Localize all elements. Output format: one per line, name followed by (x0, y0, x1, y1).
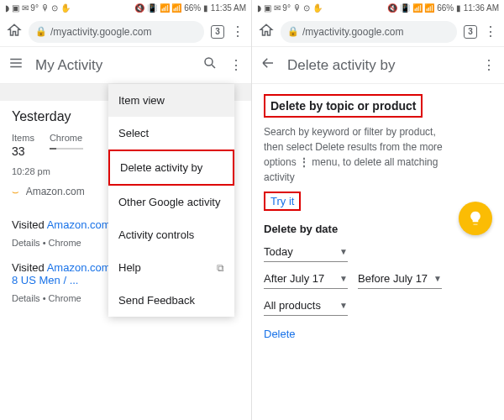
chevron-down-icon: ▼ (339, 301, 348, 310)
lock-icon: 🔒 (287, 26, 299, 37)
menu-item-help[interactable]: Help ⧉ (108, 251, 234, 284)
menu-item-other[interactable]: Other Google activity (108, 186, 234, 218)
app-menu-icon[interactable]: ⋮ (229, 59, 243, 72)
svg-point-0 (205, 58, 213, 66)
url-text: /myactivity.google.com (302, 26, 404, 38)
items-stat: Items 33 (12, 133, 34, 158)
chrome-stat: Chrome (50, 133, 83, 158)
search-icon[interactable] (202, 55, 218, 75)
chevron-down-icon: ▼ (339, 247, 348, 256)
lock-icon: 🔒 (35, 26, 47, 37)
url-field[interactable]: 🔒 /myactivity.google.com (29, 21, 204, 43)
browser-toolbar: 🔒 /myactivity.google.com 3 ⋮ (252, 17, 504, 47)
page-title: My Activity (35, 57, 191, 74)
page-title: Delete activity by (287, 57, 470, 74)
browser-menu-icon[interactable]: ⋮ (231, 25, 244, 39)
menu-item-select[interactable]: Select (108, 117, 234, 150)
external-link-icon: ⧉ (217, 262, 224, 274)
section-delete-date: Delete by date (264, 223, 492, 235)
products-select[interactable]: All products ▼ (264, 296, 348, 316)
after-date-select[interactable]: After July 17 ▼ (264, 269, 348, 289)
before-date-select[interactable]: Before July 17 ▼ (358, 269, 442, 289)
menu-item-delete-activity[interactable]: Delete activity by (108, 150, 234, 186)
more-options-icon: ⋮ (299, 155, 309, 170)
section-desc: Search by keyword or filter by product, … (264, 124, 492, 185)
url-field[interactable]: 🔒 /myactivity.google.com (281, 21, 457, 43)
delete-button[interactable]: Delete (264, 328, 296, 340)
menu-item-feedback[interactable]: Send Feedback (108, 284, 234, 317)
status-right: 🔇 📳 📶 📶 66% ▮ 11:35 AM (134, 4, 246, 13)
home-icon[interactable] (259, 23, 274, 40)
right-screenshot: ◗ ▣ ✉ 9° 🎙 ⊙ ✋ 🔇 📳 📶 📶 66% ▮ 11:36 AM 🔒 … (252, 0, 504, 420)
status-left: ◗ ▣ ✉ 9° 🎙 ⊙ ✋ (5, 4, 71, 13)
status-left: ◗ ▣ ✉ 9° 🎙 ⊙ ✋ (257, 4, 323, 13)
amazon-favicon-icon: ⌣ (12, 185, 19, 197)
browser-toolbar: 🔒 /myactivity.google.com 3 ⋮ (0, 17, 251, 47)
home-icon[interactable] (7, 23, 22, 40)
app-header: My Activity ⋮ (0, 47, 251, 84)
left-screenshot: ◗ ▣ ✉ 9° 🎙 ⊙ ✋ 🔇 📳 📶 📶 66% ▮ 11:35 AM 🔒 … (0, 0, 252, 420)
status-bar: ◗ ▣ ✉ 9° 🎙 ⊙ ✋ 🔇 📳 📶 📶 66% ▮ 11:35 AM (0, 0, 251, 17)
delete-content: Delete by topic or product Search by key… (252, 84, 504, 350)
tab-count[interactable]: 3 (211, 25, 224, 39)
status-right: 🔇 📳 📶 📶 66% ▮ 11:36 AM (387, 4, 499, 13)
date-range-select[interactable]: Today ▼ (264, 242, 348, 262)
browser-menu-icon[interactable]: ⋮ (484, 25, 497, 39)
chevron-down-icon: ▼ (433, 274, 442, 283)
tab-count[interactable]: 3 (464, 25, 477, 39)
hamburger-icon[interactable] (8, 55, 24, 75)
menu-item-itemview[interactable]: Item view (108, 84, 234, 117)
overflow-menu: Item view Select Delete activity by Othe… (108, 84, 234, 317)
back-icon[interactable] (260, 55, 276, 75)
status-bar: ◗ ▣ ✉ 9° 🎙 ⊙ ✋ 🔇 📳 📶 📶 66% ▮ 11:36 AM (252, 0, 504, 17)
tips-fab[interactable] (459, 202, 492, 235)
chevron-down-icon: ▼ (339, 274, 348, 283)
menu-item-controls[interactable]: Activity controls (108, 218, 234, 251)
app-header: Delete activity by ⋮ (252, 47, 504, 84)
app-menu-icon[interactable]: ⋮ (482, 59, 496, 72)
try-it-link[interactable]: Try it (264, 192, 301, 211)
section-delete-topic: Delete by topic or product (264, 94, 423, 118)
url-text: /myactivity.google.com (50, 26, 152, 38)
